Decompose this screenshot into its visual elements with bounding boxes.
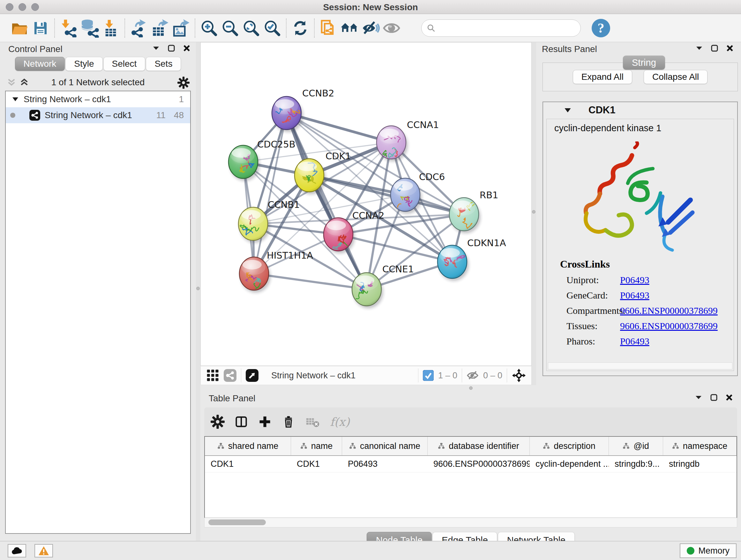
hide-selected-button[interactable] (360, 17, 381, 39)
selected-checkbox-icon[interactable] (423, 370, 434, 381)
panel-close-icon[interactable] (726, 394, 733, 401)
column-header-description[interactable]: description (530, 437, 609, 455)
network-node[interactable]: CCNB2 (272, 88, 334, 132)
birds-eye-crosshair-icon[interactable] (512, 368, 526, 383)
open-session-button[interactable] (9, 17, 30, 39)
scrollbar-thumb[interactable] (208, 519, 266, 525)
crosslink-link[interactable]: 9606.ENSP00000378699 (620, 320, 718, 331)
zoom-out-button[interactable] (219, 17, 241, 39)
open-in-window-icon[interactable] (246, 369, 259, 382)
entry-collapse-icon[interactable] (564, 108, 571, 113)
tab-style[interactable]: Style (65, 57, 103, 71)
delete-table-icon[interactable] (305, 415, 320, 429)
function-builder-button[interactable]: f(x) (330, 415, 350, 428)
panel-float-icon[interactable] (711, 394, 718, 401)
title-bar: Session: New Session (0, 0, 741, 14)
warnings-button[interactable] (35, 544, 53, 557)
node-label: CCNA2 (352, 210, 384, 221)
table-hscrollbar[interactable] (204, 518, 737, 527)
network-node[interactable]: CCNE1 (352, 264, 414, 308)
results-tab-string[interactable]: String (623, 56, 665, 70)
crosslink-link[interactable]: P06493 (620, 274, 650, 286)
table-cell[interactable]: CDK1 (205, 456, 291, 472)
left-splitter[interactable] (196, 42, 200, 541)
export-table-button[interactable] (149, 17, 171, 39)
panel-menu-icon[interactable] (152, 46, 159, 51)
show-columns-icon[interactable] (234, 415, 248, 429)
network-node[interactable]: HIST1H1A (239, 250, 313, 294)
panel-menu-icon[interactable] (696, 46, 703, 51)
expand-all-button[interactable]: Expand All (573, 70, 632, 84)
splitter-handle[interactable] (469, 386, 473, 390)
update-network-button[interactable] (290, 17, 311, 39)
tab-network[interactable]: Network (15, 57, 65, 71)
houses-icon (340, 19, 359, 37)
crosslink-link[interactable]: P06493 (620, 290, 650, 301)
panel-close-icon[interactable] (726, 45, 733, 52)
table-options-gear-icon[interactable] (211, 415, 225, 429)
help-button[interactable]: ? (592, 19, 610, 37)
export-table-icon (151, 19, 169, 37)
table-cell[interactable]: cyclin-dependent ... (530, 456, 609, 472)
column-header-sharedname[interactable]: shared name (205, 437, 291, 455)
export-network-button[interactable] (128, 17, 149, 39)
table-cell[interactable]: stringdb:9... (609, 456, 663, 472)
export-image-button[interactable] (171, 17, 192, 39)
results-panel-title: Results Panel (542, 44, 597, 54)
column-header-databaseidentifier[interactable]: database identifier (428, 437, 530, 455)
table-cell[interactable]: P06493 (342, 456, 428, 472)
network-node[interactable]: CDC25B (228, 139, 295, 181)
string-view-badge-icon[interactable] (224, 369, 237, 382)
network-graph[interactable]: CCNB2CCNA1CDC25BCDK1CDC6RB1CCNB1CCNA2CDK… (201, 43, 531, 366)
grid-view-icon[interactable] (206, 369, 219, 382)
panel-float-icon[interactable] (711, 45, 718, 52)
clone-network-button[interactable] (318, 17, 339, 39)
network-node[interactable]: CDKN1A (437, 238, 506, 281)
tab-sets[interactable]: Sets (146, 57, 181, 71)
panel-menu-icon[interactable] (695, 395, 702, 400)
column-header-namespace[interactable]: namespace (663, 437, 737, 455)
first-neighbors-button[interactable] (339, 17, 360, 39)
right-splitter[interactable] (532, 42, 536, 385)
table-cell[interactable]: 9606.ENSP00000378699 (428, 456, 530, 472)
network-canvas[interactable]: CCNB2CCNA1CDC25BCDK1CDC6RB1CCNB1CCNA2CDK… (200, 42, 532, 366)
network-edge[interactable] (254, 273, 367, 289)
horizontal-splitter[interactable] (200, 385, 741, 391)
show-all-button[interactable] (381, 17, 402, 39)
table-cell[interactable]: stringdb (663, 456, 737, 472)
column-header-name[interactable]: name (291, 437, 342, 455)
memory-button[interactable]: Memory (680, 543, 737, 558)
network-node[interactable]: CCNA1 (377, 119, 439, 162)
table-cell[interactable]: CDK1 (291, 456, 342, 472)
import-table-button[interactable] (100, 17, 121, 39)
network-edge[interactable] (254, 113, 286, 273)
search-input[interactable] (439, 23, 576, 33)
delete-column-icon[interactable] (281, 415, 295, 429)
save-session-button[interactable] (30, 17, 51, 39)
table-row[interactable]: CDK1CDK1P064939606.ENSP00000378699cyclin… (205, 456, 737, 473)
hidden-eye-icon[interactable] (467, 369, 479, 381)
network-collection-row[interactable]: String Network – cdk1 1 (6, 91, 190, 107)
import-network-button[interactable] (58, 17, 79, 39)
network-node[interactable]: RB1 (449, 190, 498, 233)
crosslink-link[interactable]: 9606.ENSP00000378699 (620, 305, 718, 316)
tree-expand-icon[interactable] (12, 97, 18, 102)
column-header-canonicalname[interactable]: canonical name (342, 437, 428, 455)
network-row[interactable]: String Network – cdk1 11 48 (6, 107, 190, 123)
cloud-status-button[interactable] (8, 544, 26, 557)
panel-close-icon[interactable] (183, 45, 190, 52)
results-scrollbar[interactable] (548, 362, 732, 369)
add-column-icon[interactable] (258, 415, 272, 429)
splitter-handle[interactable] (532, 210, 536, 213)
zoom-fit-button[interactable] (241, 17, 262, 39)
network-options-gear-icon[interactable] (178, 77, 190, 89)
column-header-id[interactable]: @id (609, 437, 663, 455)
panel-float-icon[interactable] (168, 45, 175, 52)
crosslink-link[interactable]: P06493 (620, 336, 650, 347)
splitter-handle[interactable] (196, 287, 200, 290)
collapse-all-button[interactable]: Collapse All (644, 70, 708, 84)
import-network-from-database-button[interactable] (79, 17, 100, 39)
zoom-selected-button[interactable] (262, 17, 283, 39)
tab-select[interactable]: Select (104, 57, 145, 71)
zoom-in-button[interactable] (199, 17, 219, 39)
